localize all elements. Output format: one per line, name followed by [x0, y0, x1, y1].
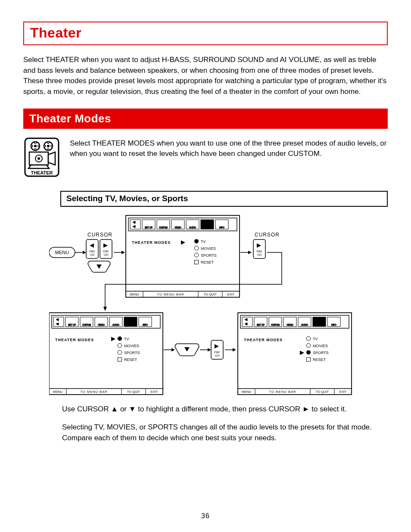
svg-text:CUSTOM: CUSTOM [82, 324, 91, 326]
page-title: Theater [30, 25, 81, 40]
svg-point-2 [34, 145, 37, 147]
title-bar: Theater [23, 22, 388, 45]
svg-text:TO MENU BAR: TO MENU BAR [269, 390, 296, 394]
svg-point-5 [38, 145, 40, 147]
svg-point-10 [44, 145, 46, 147]
svg-point-138 [306, 343, 311, 348]
svg-point-3 [34, 142, 36, 143]
svg-rect-56 [195, 260, 199, 264]
svg-text:TO QUIT: TO QUIT [127, 390, 140, 394]
cursor-left-button: FAV CH [86, 240, 98, 258]
closing-paragraph: Selecting TV, MOVIES, or SPORTS changes … [62, 422, 379, 443]
svg-marker-20 [83, 251, 86, 254]
svg-text:THEATER: THEATER [315, 324, 324, 326]
svg-marker-29 [121, 251, 125, 254]
cursor-down-button-mid [175, 344, 199, 356]
svg-point-6 [34, 149, 36, 150]
svg-text:FAV: FAV [90, 250, 95, 253]
page-number: 36 [0, 512, 411, 520]
svg-text:VIDEO: VIDEO [286, 324, 293, 326]
top-menu-screen: SET UP CUSTOM VIDEO AUDIO THEATER INFO T… [126, 215, 240, 297]
svg-point-49 [195, 240, 198, 243]
svg-text:EXIT: EXIT [339, 390, 347, 394]
svg-text:FAV: FAV [103, 250, 109, 253]
intro-paragraph: Select THEATER when you want to adjust H… [23, 55, 388, 97]
svg-text:AUDIO: AUDIO [301, 324, 308, 326]
svg-point-15 [37, 157, 40, 160]
svg-text:SPORTS: SPORTS [124, 351, 140, 355]
svg-point-136 [306, 336, 311, 341]
svg-text:TV: TV [313, 337, 318, 341]
svg-text:THEATER: THEATER [203, 227, 212, 229]
svg-point-91 [118, 337, 121, 340]
svg-point-96 [118, 350, 122, 355]
svg-text:CH: CH [215, 354, 219, 357]
svg-text:VIDEO: VIDEO [174, 226, 181, 229]
menu-button: MENU [49, 247, 75, 258]
svg-text:FAV: FAV [215, 351, 220, 354]
svg-text:THEATER MODES: THEATER MODES [132, 240, 171, 245]
svg-text:AUDIO: AUDIO [189, 226, 196, 229]
svg-text:EXIT: EXIT [151, 390, 158, 394]
svg-text:THEATER MODES: THEATER MODES [244, 338, 283, 342]
svg-text:CUSTOM: CUSTOM [159, 227, 168, 229]
bottom-left-screen: SET UP CUSTOM VIDEO AUDIO THEATER INFO T… [49, 313, 163, 395]
subheading: Selecting TV, Movies, or Sports [60, 191, 388, 207]
svg-marker-67 [248, 251, 252, 254]
svg-marker-117 [233, 348, 236, 352]
cursor-right-button-mid: FAV CH [211, 340, 223, 359]
svg-text:RESET: RESET [313, 358, 326, 362]
svg-text:CH: CH [257, 253, 262, 256]
svg-text:TO QUIT: TO QUIT [316, 390, 329, 394]
svg-text:TO MENU BAR: TO MENU BAR [81, 390, 108, 394]
svg-text:MENU: MENU [53, 390, 62, 394]
svg-marker-109 [171, 348, 175, 352]
svg-text:RESET: RESET [124, 358, 137, 362]
svg-text:CUSTOM: CUSTOM [271, 324, 280, 326]
svg-text:FAV: FAV [257, 250, 262, 253]
svg-text:SPORTS: SPORTS [313, 351, 329, 355]
svg-text:AUDIO: AUDIO [112, 324, 119, 326]
svg-marker-71 [103, 307, 107, 311]
theater-modes-description: Select THEATER MODES when you want to us… [70, 137, 388, 159]
svg-text:THEATER: THEATER [31, 170, 53, 175]
svg-text:THEATER: THEATER [126, 324, 135, 326]
svg-text:INFO: INFO [331, 324, 336, 326]
theater-icon: THEATER [23, 137, 60, 180]
svg-text:TO MENU BAR: TO MENU BAR [157, 292, 184, 296]
svg-point-52 [194, 246, 199, 250]
svg-text:MOVIES: MOVIES [124, 344, 139, 348]
svg-rect-98 [118, 358, 122, 361]
svg-text:EXIT: EXIT [227, 292, 235, 296]
svg-text:TV: TV [201, 240, 206, 244]
cursor-hint: Use CURSOR ▲ or ▼ to highlight a differe… [62, 404, 379, 415]
svg-text:SET UP: SET UP [68, 324, 76, 326]
svg-text:INFO: INFO [219, 226, 224, 229]
svg-text:RESET: RESET [201, 260, 214, 264]
section-heading: Theater Modes [23, 109, 388, 129]
flow-diagram: MENU CURSOR FAV CH FAV CH [49, 213, 379, 398]
svg-point-54 [194, 253, 199, 257]
cursor-right-button-2: FAV CH [253, 240, 265, 258]
svg-point-9 [47, 142, 49, 143]
cursor-down-button-top [88, 261, 110, 272]
svg-text:TO QUIT: TO QUIT [204, 292, 217, 296]
svg-text:VIDEO: VIDEO [98, 324, 105, 326]
svg-point-8 [47, 145, 50, 147]
svg-point-4 [31, 145, 33, 147]
svg-text:MOVIES: MOVIES [201, 246, 216, 251]
svg-text:MENU: MENU [242, 390, 251, 394]
svg-marker-112 [208, 348, 211, 352]
svg-text:INFO: INFO [143, 324, 148, 326]
svg-text:SPORTS: SPORTS [201, 253, 217, 258]
svg-point-12 [47, 149, 49, 150]
svg-point-141 [307, 351, 310, 354]
svg-text:SET UP: SET UP [145, 226, 153, 229]
bottom-right-screen: SET UP CUSTOM VIDEO AUDIO THEATER INFO T… [238, 313, 352, 395]
cursor-label-top: CURSOR [87, 232, 112, 238]
svg-point-11 [51, 145, 53, 147]
cursor-label-right: CURSOR [255, 232, 280, 238]
svg-text:CH: CH [90, 253, 94, 256]
svg-text:SET UP: SET UP [257, 324, 265, 326]
svg-text:MENU: MENU [130, 292, 139, 296]
